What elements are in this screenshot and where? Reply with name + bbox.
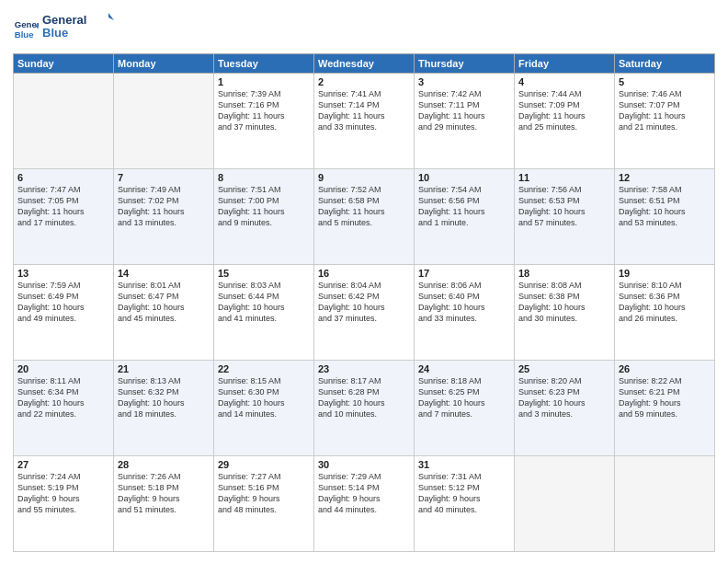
header: General Blue General Blue [13,11,715,48]
week-row-2: 6Sunrise: 7:47 AM Sunset: 7:05 PM Daylig… [14,169,715,265]
day-cell: 29Sunrise: 7:27 AM Sunset: 5:16 PM Dayli… [214,456,314,552]
day-cell: 20Sunrise: 8:11 AM Sunset: 6:34 PM Dayli… [14,361,114,456]
day-cell: 30Sunrise: 7:29 AM Sunset: 5:14 PM Dayli… [314,456,415,552]
day-cell: 31Sunrise: 7:31 AM Sunset: 5:12 PM Dayli… [415,456,515,552]
day-cell [14,74,114,169]
day-number: 1 [218,76,310,87]
day-info: Sunrise: 8:03 AM Sunset: 6:44 PM Dayligh… [218,280,310,325]
col-header-tuesday: Tuesday [214,54,314,74]
day-info: Sunrise: 8:18 AM Sunset: 6:25 PM Dayligh… [418,375,510,420]
day-info: Sunrise: 7:46 AM Sunset: 7:07 PM Dayligh… [619,88,711,133]
day-info: Sunrise: 7:44 AM Sunset: 7:09 PM Dayligh… [518,88,610,133]
day-cell: 23Sunrise: 8:17 AM Sunset: 6:28 PM Dayli… [314,361,415,456]
day-cell: 21Sunrise: 8:13 AM Sunset: 6:32 PM Dayli… [114,361,214,456]
day-number: 22 [218,363,310,374]
day-number: 6 [17,172,109,183]
day-cell: 11Sunrise: 7:56 AM Sunset: 6:53 PM Dayli… [515,169,615,265]
day-cell [615,456,715,552]
day-info: Sunrise: 7:42 AM Sunset: 7:11 PM Dayligh… [418,88,510,133]
day-cell: 19Sunrise: 8:10 AM Sunset: 6:36 PM Dayli… [615,265,715,361]
svg-marker-4 [108,13,114,20]
day-cell: 5Sunrise: 7:46 AM Sunset: 7:07 PM Daylig… [615,74,715,169]
day-cell: 8Sunrise: 7:51 AM Sunset: 7:00 PM Daylig… [214,169,314,265]
day-number: 9 [318,172,410,183]
day-cell: 27Sunrise: 7:24 AM Sunset: 5:19 PM Dayli… [14,456,114,552]
col-header-monday: Monday [114,54,214,74]
day-number: 8 [218,172,310,183]
day-info: Sunrise: 7:59 AM Sunset: 6:49 PM Dayligh… [17,280,109,325]
svg-text:General: General [15,19,39,29]
day-cell: 13Sunrise: 7:59 AM Sunset: 6:49 PM Dayli… [14,265,114,361]
day-cell: 6Sunrise: 7:47 AM Sunset: 7:05 PM Daylig… [14,169,114,265]
day-info: Sunrise: 7:27 AM Sunset: 5:16 PM Dayligh… [218,471,310,516]
day-cell: 10Sunrise: 7:54 AM Sunset: 6:56 PM Dayli… [415,169,515,265]
day-info: Sunrise: 8:17 AM Sunset: 6:28 PM Dayligh… [318,375,410,420]
day-cell: 17Sunrise: 8:06 AM Sunset: 6:40 PM Dayli… [415,265,515,361]
col-header-thursday: Thursday [415,54,515,74]
day-info: Sunrise: 7:58 AM Sunset: 6:51 PM Dayligh… [619,184,711,229]
day-info: Sunrise: 7:56 AM Sunset: 6:53 PM Dayligh… [518,184,610,229]
day-info: Sunrise: 7:47 AM Sunset: 7:05 PM Dayligh… [17,184,109,229]
day-number: 21 [118,363,210,374]
day-info: Sunrise: 7:31 AM Sunset: 5:12 PM Dayligh… [418,471,510,516]
day-info: Sunrise: 7:24 AM Sunset: 5:19 PM Dayligh… [17,471,109,516]
day-number: 19 [619,268,711,279]
day-cell: 14Sunrise: 8:01 AM Sunset: 6:47 PM Dayli… [114,265,214,361]
logo-icon: General Blue [13,17,39,42]
day-cell [114,74,214,169]
day-number: 29 [218,459,310,470]
day-number: 25 [518,363,610,374]
day-cell: 9Sunrise: 7:52 AM Sunset: 6:58 PM Daylig… [314,169,415,265]
svg-text:Blue: Blue [15,29,34,40]
day-cell: 24Sunrise: 8:18 AM Sunset: 6:25 PM Dayli… [415,361,515,456]
day-info: Sunrise: 8:22 AM Sunset: 6:21 PM Dayligh… [619,375,711,420]
day-info: Sunrise: 7:26 AM Sunset: 5:18 PM Dayligh… [118,471,210,516]
day-number: 28 [118,459,210,470]
col-header-friday: Friday [515,54,615,74]
day-cell: 12Sunrise: 7:58 AM Sunset: 6:51 PM Dayli… [615,169,715,265]
day-number: 5 [619,76,711,87]
day-number: 14 [118,268,210,279]
day-info: Sunrise: 8:11 AM Sunset: 6:34 PM Dayligh… [17,375,109,420]
day-number: 2 [318,76,410,87]
day-number: 26 [619,363,711,374]
day-number: 17 [418,268,510,279]
day-info: Sunrise: 8:15 AM Sunset: 6:30 PM Dayligh… [218,375,310,420]
day-info: Sunrise: 8:20 AM Sunset: 6:23 PM Dayligh… [518,375,610,420]
day-info: Sunrise: 7:54 AM Sunset: 6:56 PM Dayligh… [418,184,510,229]
day-number: 24 [418,363,510,374]
day-cell: 18Sunrise: 8:08 AM Sunset: 6:38 PM Dayli… [515,265,615,361]
day-number: 23 [318,363,410,374]
header-row: SundayMondayTuesdayWednesdayThursdayFrid… [14,54,715,74]
day-info: Sunrise: 8:06 AM Sunset: 6:40 PM Dayligh… [418,280,510,325]
day-cell: 25Sunrise: 8:20 AM Sunset: 6:23 PM Dayli… [515,361,615,456]
day-info: Sunrise: 7:52 AM Sunset: 6:58 PM Dayligh… [318,184,410,229]
day-number: 15 [218,268,310,279]
day-info: Sunrise: 8:13 AM Sunset: 6:32 PM Dayligh… [118,375,210,420]
day-cell: 7Sunrise: 7:49 AM Sunset: 7:02 PM Daylig… [114,169,214,265]
day-number: 11 [518,172,610,183]
day-cell: 22Sunrise: 8:15 AM Sunset: 6:30 PM Dayli… [214,361,314,456]
day-number: 4 [518,76,610,87]
day-number: 18 [518,268,610,279]
day-info: Sunrise: 7:51 AM Sunset: 7:00 PM Dayligh… [218,184,310,229]
col-header-saturday: Saturday [615,54,715,74]
svg-text:Blue: Blue [42,26,68,40]
day-number: 7 [118,172,210,183]
day-info: Sunrise: 8:10 AM Sunset: 6:36 PM Dayligh… [619,280,711,325]
day-info: Sunrise: 7:41 AM Sunset: 7:14 PM Dayligh… [318,88,410,133]
day-cell: 4Sunrise: 7:44 AM Sunset: 7:09 PM Daylig… [515,74,615,169]
week-row-4: 20Sunrise: 8:11 AM Sunset: 6:34 PM Dayli… [14,361,715,456]
day-number: 31 [418,459,510,470]
week-row-5: 27Sunrise: 7:24 AM Sunset: 5:19 PM Dayli… [14,456,715,552]
logo: General Blue General Blue [13,11,116,48]
day-number: 27 [17,459,109,470]
col-header-wednesday: Wednesday [314,54,415,74]
day-cell: 2Sunrise: 7:41 AM Sunset: 7:14 PM Daylig… [314,74,415,169]
day-info: Sunrise: 8:01 AM Sunset: 6:47 PM Dayligh… [118,280,210,325]
week-row-1: 1Sunrise: 7:39 AM Sunset: 7:16 PM Daylig… [14,74,715,169]
col-header-sunday: Sunday [14,54,114,74]
day-cell: 26Sunrise: 8:22 AM Sunset: 6:21 PM Dayli… [615,361,715,456]
day-number: 10 [418,172,510,183]
day-number: 30 [318,459,410,470]
